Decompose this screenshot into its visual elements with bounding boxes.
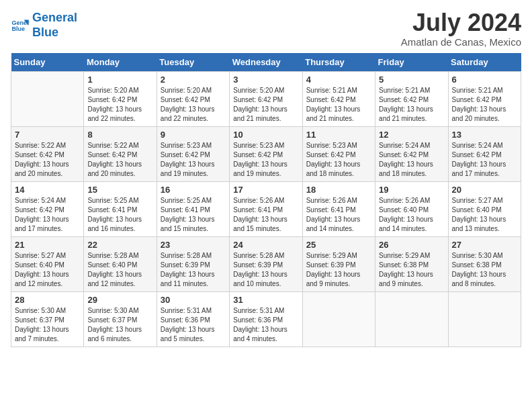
weekday-header-wednesday: Wednesday [230, 53, 302, 72]
day-number: 3 [233, 75, 298, 85]
day-number: 4 [306, 75, 371, 85]
calendar-cell: 27Sunrise: 5:30 AMSunset: 6:38 PMDayligh… [448, 237, 521, 292]
calendar-cell: 14Sunrise: 5:24 AMSunset: 6:42 PMDayligh… [11, 182, 84, 237]
day-number: 18 [306, 185, 371, 195]
day-number: 9 [161, 130, 226, 140]
day-info: Sunrise: 5:26 AMSunset: 6:41 PMDaylight:… [306, 196, 371, 234]
calendar-week-1: 1Sunrise: 5:20 AMSunset: 6:42 PMDaylight… [11, 72, 521, 127]
day-number: 28 [15, 295, 80, 305]
weekday-header-tuesday: Tuesday [157, 53, 229, 72]
calendar-cell [302, 292, 375, 347]
day-info: Sunrise: 5:23 AMSunset: 6:42 PMDaylight:… [306, 141, 371, 179]
logo-line2: Blue [32, 26, 58, 39]
day-number: 8 [87, 130, 152, 140]
calendar-cell: 6Sunrise: 5:21 AMSunset: 6:42 PMDaylight… [448, 72, 521, 127]
weekday-header-row: SundayMondayTuesdayWednesdayThursdayFrid… [11, 53, 521, 72]
day-info: Sunrise: 5:24 AMSunset: 6:42 PMDaylight:… [452, 141, 517, 179]
calendar-cell: 23Sunrise: 5:28 AMSunset: 6:39 PMDayligh… [157, 237, 229, 292]
calendar-cell: 20Sunrise: 5:27 AMSunset: 6:40 PMDayligh… [448, 182, 521, 237]
calendar-cell: 5Sunrise: 5:21 AMSunset: 6:42 PMDaylight… [375, 72, 448, 127]
day-info: Sunrise: 5:25 AMSunset: 6:41 PMDaylight:… [87, 196, 152, 234]
location: Amatlan de Canas, Mexico [401, 36, 521, 48]
day-number: 5 [379, 75, 444, 85]
day-number: 24 [233, 240, 298, 250]
day-number: 31 [233, 295, 298, 305]
day-number: 29 [87, 295, 152, 305]
weekday-header-friday: Friday [375, 53, 448, 72]
calendar-cell: 15Sunrise: 5:25 AMSunset: 6:41 PMDayligh… [84, 182, 157, 237]
day-info: Sunrise: 5:27 AMSunset: 6:40 PMDaylight:… [15, 251, 80, 289]
day-info: Sunrise: 5:20 AMSunset: 6:42 PMDaylight:… [161, 86, 226, 124]
calendar-cell: 18Sunrise: 5:26 AMSunset: 6:41 PMDayligh… [302, 182, 375, 237]
day-info: Sunrise: 5:28 AMSunset: 6:40 PMDaylight:… [87, 251, 152, 289]
calendar-cell: 25Sunrise: 5:29 AMSunset: 6:39 PMDayligh… [302, 237, 375, 292]
day-number: 12 [379, 130, 444, 140]
calendar-cell [448, 292, 521, 347]
day-info: Sunrise: 5:29 AMSunset: 6:38 PMDaylight:… [379, 251, 444, 289]
day-info: Sunrise: 5:26 AMSunset: 6:41 PMDaylight:… [233, 196, 298, 234]
day-number: 19 [379, 185, 444, 195]
day-number: 6 [452, 75, 517, 85]
day-info: Sunrise: 5:23 AMSunset: 6:42 PMDaylight:… [161, 141, 226, 179]
day-info: Sunrise: 5:20 AMSunset: 6:42 PMDaylight:… [87, 86, 152, 124]
day-number: 1 [87, 75, 152, 85]
day-info: Sunrise: 5:30 AMSunset: 6:37 PMDaylight:… [15, 306, 80, 344]
day-number: 30 [161, 295, 226, 305]
day-number: 10 [233, 130, 298, 140]
day-info: Sunrise: 5:29 AMSunset: 6:39 PMDaylight:… [306, 251, 371, 289]
day-number: 17 [233, 185, 298, 195]
day-info: Sunrise: 5:23 AMSunset: 6:42 PMDaylight:… [233, 141, 298, 179]
calendar-cell: 29Sunrise: 5:30 AMSunset: 6:37 PMDayligh… [84, 292, 157, 347]
calendar-cell: 13Sunrise: 5:24 AMSunset: 6:42 PMDayligh… [448, 127, 521, 182]
day-info: Sunrise: 5:30 AMSunset: 6:38 PMDaylight:… [452, 251, 517, 289]
day-info: Sunrise: 5:25 AMSunset: 6:41 PMDaylight:… [161, 196, 226, 234]
page-header: General Blue General Blue July 2024 Amat… [11, 11, 521, 48]
title-block: July 2024 Amatlan de Canas, Mexico [401, 11, 521, 48]
calendar-cell: 21Sunrise: 5:27 AMSunset: 6:40 PMDayligh… [11, 237, 84, 292]
calendar-cell [11, 72, 84, 127]
day-number: 13 [452, 130, 517, 140]
logo-text: General Blue [32, 11, 77, 40]
weekday-header-saturday: Saturday [448, 53, 521, 72]
day-info: Sunrise: 5:27 AMSunset: 6:40 PMDaylight:… [452, 196, 517, 234]
calendar-cell: 12Sunrise: 5:24 AMSunset: 6:42 PMDayligh… [375, 127, 448, 182]
calendar-cell: 8Sunrise: 5:22 AMSunset: 6:42 PMDaylight… [84, 127, 157, 182]
day-number: 21 [15, 240, 80, 250]
day-number: 7 [15, 130, 80, 140]
day-number: 25 [306, 240, 371, 250]
day-number: 23 [161, 240, 226, 250]
day-number: 11 [306, 130, 371, 140]
month-title: July 2024 [401, 11, 521, 35]
calendar-week-4: 21Sunrise: 5:27 AMSunset: 6:40 PMDayligh… [11, 237, 521, 292]
weekday-header-thursday: Thursday [302, 53, 375, 72]
weekday-header-monday: Monday [84, 53, 157, 72]
logo-line1: General [32, 11, 77, 24]
day-info: Sunrise: 5:30 AMSunset: 6:37 PMDaylight:… [87, 306, 152, 344]
day-info: Sunrise: 5:21 AMSunset: 6:42 PMDaylight:… [379, 86, 444, 124]
calendar-cell [375, 292, 448, 347]
day-number: 16 [161, 185, 226, 195]
day-number: 22 [87, 240, 152, 250]
day-info: Sunrise: 5:21 AMSunset: 6:42 PMDaylight:… [452, 86, 517, 124]
weekday-header-sunday: Sunday [11, 53, 84, 72]
calendar-cell: 1Sunrise: 5:20 AMSunset: 6:42 PMDaylight… [84, 72, 157, 127]
calendar-cell: 30Sunrise: 5:31 AMSunset: 6:36 PMDayligh… [157, 292, 229, 347]
calendar-cell: 19Sunrise: 5:26 AMSunset: 6:40 PMDayligh… [375, 182, 448, 237]
day-info: Sunrise: 5:31 AMSunset: 6:36 PMDaylight:… [233, 306, 298, 344]
calendar-cell: 22Sunrise: 5:28 AMSunset: 6:40 PMDayligh… [84, 237, 157, 292]
day-info: Sunrise: 5:28 AMSunset: 6:39 PMDaylight:… [233, 251, 298, 289]
day-info: Sunrise: 5:20 AMSunset: 6:42 PMDaylight:… [233, 86, 298, 124]
calendar-cell: 9Sunrise: 5:23 AMSunset: 6:42 PMDaylight… [157, 127, 229, 182]
calendar-week-2: 7Sunrise: 5:22 AMSunset: 6:42 PMDaylight… [11, 127, 521, 182]
day-info: Sunrise: 5:24 AMSunset: 6:42 PMDaylight:… [379, 141, 444, 179]
day-info: Sunrise: 5:22 AMSunset: 6:42 PMDaylight:… [15, 141, 80, 179]
calendar-cell: 17Sunrise: 5:26 AMSunset: 6:41 PMDayligh… [230, 182, 302, 237]
day-info: Sunrise: 5:22 AMSunset: 6:42 PMDaylight:… [87, 141, 152, 179]
calendar-cell: 7Sunrise: 5:22 AMSunset: 6:42 PMDaylight… [11, 127, 84, 182]
calendar-cell: 31Sunrise: 5:31 AMSunset: 6:36 PMDayligh… [230, 292, 302, 347]
day-info: Sunrise: 5:21 AMSunset: 6:42 PMDaylight:… [306, 86, 371, 124]
svg-text:Blue: Blue [11, 26, 25, 32]
calendar-cell: 16Sunrise: 5:25 AMSunset: 6:41 PMDayligh… [157, 182, 229, 237]
day-number: 15 [87, 185, 152, 195]
calendar-cell: 10Sunrise: 5:23 AMSunset: 6:42 PMDayligh… [230, 127, 302, 182]
